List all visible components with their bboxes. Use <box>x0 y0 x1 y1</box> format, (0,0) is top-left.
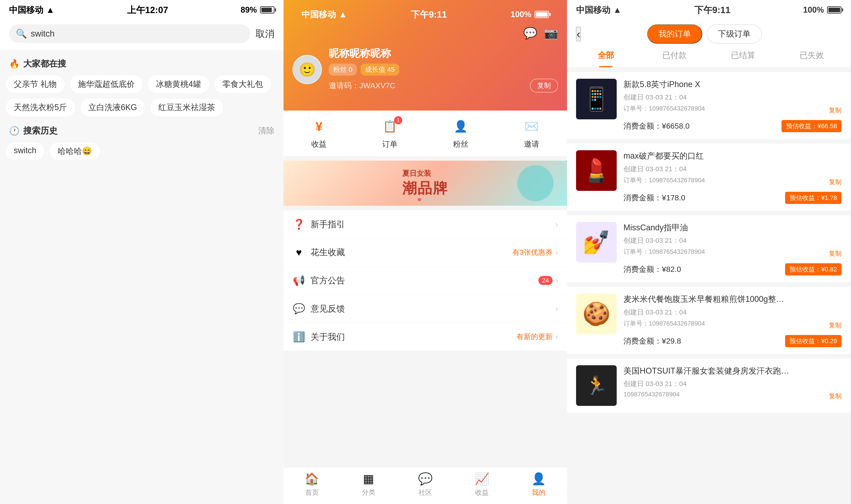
copy-order-5[interactable]: 复制 <box>829 392 841 400</box>
copy-button[interactable]: 复制 <box>530 79 558 92</box>
clear-button[interactable]: 清除 <box>258 125 274 136</box>
filter-settled[interactable]: 已结算 <box>709 43 777 67</box>
order-details-3: MissCandy指甲油 创建日 03-03 21：04 订单号：1098765… <box>623 222 841 275</box>
order-title-2: max破产都要买的口红 <box>623 150 841 162</box>
hot-tag[interactable]: 父亲节 礼物 <box>5 75 65 94</box>
menu-item-guide[interactable]: ❓ 新手指引 › <box>284 210 567 238</box>
notice-badge: 24 <box>538 276 553 285</box>
back-button[interactable]: ‹ <box>576 27 581 41</box>
order-price-1: 消费金额：¥6658.0 <box>623 121 690 131</box>
camera-icon[interactable]: 📷 <box>544 26 558 40</box>
history-tag[interactable]: switch <box>5 142 45 161</box>
wifi-icon-2: ▲ <box>339 10 347 19</box>
menu-item-favorites[interactable]: ♥ 花生收藏 有3张优惠券 › <box>284 238 567 267</box>
order-list: 📱 新款5.8英寸iPhone X 创建日 03-03 21：04 订单号：10… <box>567 68 851 504</box>
cancel-button[interactable]: 取消 <box>255 28 274 40</box>
hot-title: 大家都在搜 <box>23 58 66 70</box>
spacer <box>284 351 567 467</box>
order-price-3: 消费金额：¥82.0 <box>623 264 681 274</box>
avatar-emoji: 🙂 <box>299 61 316 78</box>
hot-tag[interactable]: 零食大礼包 <box>214 75 271 94</box>
filter-paid[interactable]: 已付款 <box>640 43 709 67</box>
banner-dot-2 <box>424 198 427 201</box>
mine-icon: 👤 <box>531 472 546 486</box>
filter-expired[interactable]: 已失效 <box>777 43 846 67</box>
hot-tag[interactable]: 红豆玉米祛湿茶 <box>150 98 224 117</box>
order-img-5: 🏃 <box>576 365 617 406</box>
notice-right: 24 › <box>538 276 558 285</box>
status-left-3: 中国移动 ▲ <box>576 4 622 16</box>
order-no-4: 订单号：1098765432678904 <box>623 319 705 328</box>
profit-badge-3: 预估收益：¥0.82 <box>785 263 841 275</box>
profile-panel: 中国移动 ▲ 下午9:11 100% 💬 📷 🙂 昵称昵称昵称 <box>284 0 567 504</box>
earnings-nav-icon: 📈 <box>475 472 490 486</box>
search-input[interactable]: switch <box>31 29 243 39</box>
copy-order-2[interactable]: 复制 <box>829 178 841 186</box>
hot-section-title: 🔥 大家都在搜 <box>0 50 284 75</box>
order-img-2: 💄 <box>576 150 617 191</box>
battery-icon-2 <box>534 11 549 18</box>
invite-row: 邀请码：JWAXV7C 复制 <box>329 79 558 92</box>
copy-order-4[interactable]: 复制 <box>829 321 841 330</box>
nav-home[interactable]: 🏠 首页 <box>284 472 340 497</box>
time-2: 下午9:11 <box>411 8 447 21</box>
guide-label: 新手指引 <box>311 219 550 230</box>
profile-icon-earnings[interactable]: ¥ 收益 <box>284 117 354 149</box>
profile-badges: 粉丝 0 成长值 45 <box>329 64 558 76</box>
search-icon: 🔍 <box>16 29 27 39</box>
order-item-4: 🍪 麦米米代餐饱腹玉米早餐粗粮煎饼1000g整… 创建日 03-03 21：04… <box>567 287 851 354</box>
nav-community[interactable]: 💬 社区 <box>397 472 454 497</box>
filter-all[interactable]: 全部 <box>571 43 640 67</box>
copy-order-1[interactable]: 复制 <box>829 106 841 114</box>
hot-tag[interactable]: 天然洗衣粉5斤 <box>5 98 75 117</box>
hot-tag[interactable]: 立白洗液6KG <box>80 98 145 117</box>
menu-item-notice[interactable]: 📢 官方公告 24 › <box>284 267 567 295</box>
nav-category[interactable]: ▦ 分类 <box>340 472 397 497</box>
order-date-3: 创建日 03-03 21：04 <box>623 236 841 245</box>
hot-tag[interactable]: 施华蔻超低底价 <box>70 75 143 94</box>
order-img-3: 💅 <box>576 222 617 263</box>
profit-badge-1: 预估收益：¥66.58 <box>781 120 841 132</box>
order-title-3: MissCandy指甲油 <box>623 222 841 233</box>
message-icon[interactable]: 💬 <box>523 26 537 40</box>
bottom-nav: 🏠 首页 ▦ 分类 💬 社区 📈 收益 👤 我的 <box>284 467 567 504</box>
favorites-label: 花生收藏 <box>311 247 507 258</box>
menu-list: ❓ 新手指引 › ♥ 花生收藏 有3张优惠券 › 📢 官方公告 24 › <box>284 210 567 351</box>
wifi-icon: ▲ <box>46 5 55 15</box>
history-tag[interactable]: 哈哈哈😄 <box>49 142 101 161</box>
battery-icon <box>260 6 274 14</box>
banner-dots <box>284 198 567 201</box>
history-section-title: 🕐 搜索历史 清除 <box>0 117 284 142</box>
profile-icon-fans[interactable]: 👤 粉丝 <box>425 117 496 149</box>
menu-item-about[interactable]: ℹ️ 关于我们 有新的更新 › <box>284 323 567 351</box>
profile-icon-orders[interactable]: 📋 1 订单 <box>354 117 425 149</box>
menu-item-feedback[interactable]: 💬 意见反馈 › <box>284 295 567 323</box>
fans-icon: 👤 <box>452 117 470 136</box>
carrier-2: 中国移动 <box>302 9 336 20</box>
chevron-icon-5: › <box>555 332 558 342</box>
search-input-wrap[interactable]: 🔍 switch <box>9 24 250 43</box>
sub-orders-tab[interactable]: 下级订单 <box>707 24 762 43</box>
profile-icon-invite[interactable]: ✉️ 邀请 <box>496 117 567 149</box>
order-no-5: 1098765432678904 <box>623 391 680 398</box>
banner-text: 潮品牌 <box>402 178 448 198</box>
order-price-row-2: 消费金额：¥178.0 预估收益：¥1.78 <box>623 192 841 204</box>
chevron-icon: › <box>555 219 558 229</box>
favorites-icon: ♥ <box>292 247 305 258</box>
copy-order-3[interactable]: 复制 <box>829 249 841 258</box>
home-icon: 🏠 <box>304 472 319 486</box>
profit-badge-2: 预估收益：¥1.78 <box>785 192 841 204</box>
feedback-icon: 💬 <box>292 303 305 314</box>
profile-text: 昵称昵称昵称 粉丝 0 成长值 45 邀请码：JWAXV7C 复制 <box>329 47 558 92</box>
order-title-4: 麦米米代餐饱腹玉米早餐粗粮煎饼1000g整… <box>623 293 841 305</box>
order-no-2: 订单号：1098765432678904 <box>623 176 705 184</box>
about-right: 有新的更新 › <box>516 332 558 342</box>
my-orders-tab[interactable]: 我的订单 <box>647 24 702 43</box>
favorites-right: 有3张优惠券 › <box>512 248 558 257</box>
hot-tag[interactable]: 冰糖黄桃4罐 <box>148 75 210 94</box>
filter-tabs: 全部 已付款 已结算 已失效 <box>567 43 851 68</box>
order-no-3: 订单号：1098765432678904 <box>623 248 705 256</box>
invite-label: 邀请 <box>524 139 539 149</box>
nav-mine[interactable]: 👤 我的 <box>510 472 567 497</box>
nav-earnings[interactable]: 📈 收益 <box>454 472 510 497</box>
